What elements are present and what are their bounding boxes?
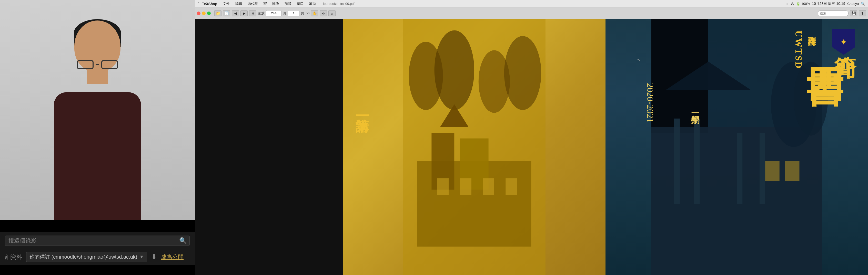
total-label: 共	[301, 11, 304, 15]
notes-dropdown[interactable]: 你的備註 (cmmoodle\shengmiao@uwtsd.ac.uk) ▼	[26, 252, 147, 262]
zoom-label: 縮放	[258, 11, 265, 15]
slide-right-panel: ✦ UWTSD 預科生課程 四書 簡介	[606, 19, 868, 275]
coat-of-arms: ✦	[832, 29, 858, 57]
svg-rect-17	[674, 118, 680, 204]
pdf-page: 第一講	[343, 19, 868, 275]
svg-point-24	[794, 62, 828, 136]
video-feed	[0, 0, 195, 220]
page-input[interactable]	[288, 10, 300, 16]
person-neck	[87, 69, 108, 84]
year-text: 2020-2021	[645, 83, 655, 123]
apple-icon[interactable]: 	[198, 2, 199, 6]
search-menubar-icon[interactable]: 🔍	[861, 2, 865, 6]
search-placeholder-text: 搜這個錄影	[8, 237, 37, 244]
public-button[interactable]: 成為公開	[161, 253, 184, 261]
search-box[interactable]: 搜這個錄影 🔍	[5, 236, 190, 246]
app-toolbar: 📁 📄 ◀ ▶ 🖨 縮放 頁 共 56 ✋ ⊹ ⌕ 💾 ⬆	[195, 8, 868, 19]
toolbar-search-input[interactable]	[818, 10, 848, 16]
total-pages: 56	[306, 11, 309, 15]
svg-rect-11	[483, 178, 494, 195]
datetime-display: 10月28日 周三 10:19	[812, 2, 845, 6]
toolbar-print-icon[interactable]: 🖨	[249, 10, 256, 16]
svg-rect-18	[694, 118, 700, 204]
person-body	[54, 92, 141, 220]
toolbar-forward-btn[interactable]: ▶	[241, 10, 248, 16]
svg-rect-9	[437, 178, 448, 195]
bluetooth-icon: ⁂	[790, 2, 794, 6]
zoom-input[interactable]	[266, 10, 281, 16]
pdf-black-left	[195, 19, 343, 275]
mac-window:  TeXShop 文件 編輯 源代碼 宏 排版 預覽 窗口 幫助 fourbo…	[195, 0, 868, 275]
menu-item-edit[interactable]: 編輯	[232, 0, 245, 8]
search-toolbar: 搜這個錄影 🔍	[0, 232, 195, 249]
person-head	[74, 21, 121, 72]
filename-display: fourbooksIntro-00.pdf	[323, 2, 354, 6]
menu-item-macro[interactable]: 宏	[261, 0, 270, 8]
toolbar-back-btn[interactable]: ◀	[232, 10, 239, 16]
toolbar-file-icon[interactable]: 📄	[223, 10, 230, 16]
video-background	[0, 0, 195, 220]
close-button[interactable]	[197, 11, 200, 15]
menu-bar-right: ⊙ ⁂ 🔋 100% 10月28日 周三 10:19 Chaoyu 🔍	[785, 2, 865, 6]
wifi-icon: ⊙	[785, 2, 788, 6]
toolbar-folder-icon[interactable]: 📁	[214, 10, 221, 16]
detail-label: 細資料	[5, 253, 22, 261]
maximize-button[interactable]	[207, 11, 211, 15]
cursor-indicator: ↖	[637, 57, 640, 62]
menu-bar-left:  TeXShop 文件 編輯 源代碼 宏 排版 預覽 窗口 幫助 fourbo…	[198, 0, 785, 8]
menu-item-help[interactable]: 幫助	[306, 0, 319, 8]
menu-bar:  TeXShop 文件 編輯 源代碼 宏 排版 預覽 窗口 幫助 fourbo…	[195, 0, 868, 8]
chevron-down-icon: ▼	[139, 254, 144, 260]
battery-area: 🔋 100%	[796, 2, 810, 6]
toolbar-hand-icon[interactable]: ✋	[311, 10, 318, 16]
menu-item-typeset[interactable]: 排版	[270, 0, 282, 8]
toolbar-zoom-icon[interactable]: ⌕	[329, 10, 336, 16]
menu-item-preview[interactable]: 預覽	[282, 0, 294, 8]
svg-point-2	[434, 30, 474, 110]
dropdown-value: 你的備註 (cmmoodle\shengmiao@uwtsd.ac.uk)	[29, 253, 137, 261]
user-name: Chaoyu	[847, 2, 859, 6]
minimize-button[interactable]	[202, 11, 206, 15]
svg-rect-21	[765, 161, 780, 181]
svg-rect-12	[505, 178, 517, 195]
toolbar-select-icon[interactable]: ⊹	[320, 10, 327, 16]
shield-icon: ✦	[832, 29, 855, 55]
svg-point-4	[504, 36, 541, 110]
battery-percentage: 100%	[801, 2, 810, 6]
pdf-content-area: 第一講	[195, 19, 868, 275]
traffic-lights	[197, 11, 211, 15]
toolbar-share-icon[interactable]: ⬆	[859, 10, 866, 16]
app-name[interactable]: TeXShop	[202, 2, 217, 6]
menu-item-source[interactable]: 源代碼	[245, 0, 261, 8]
menu-item-window[interactable]: 窗口	[294, 0, 306, 8]
uwtsd-label: UWTSD	[793, 31, 804, 69]
menu-item-file[interactable]: 文件	[220, 0, 232, 8]
battery-icon: 🔋	[796, 2, 800, 6]
slide-left-panel: 第一講	[343, 19, 606, 275]
left-panel: 搜這個錄影 🔍 細資料 你的備註 (cmmoodle\shengmiao@uwt…	[0, 0, 195, 275]
svg-rect-19	[737, 133, 742, 204]
search-icon[interactable]: 🔍	[179, 237, 187, 244]
right-panel:  TeXShop 文件 編輯 源代碼 宏 排版 預覽 窗口 幫助 fourbo…	[195, 0, 868, 275]
page-label: 頁	[283, 11, 286, 15]
toolbar-save-icon[interactable]: 💾	[850, 10, 857, 16]
bottom-row: 細資料 你的備註 (cmmoodle\shengmiao@uwtsd.ac.uk…	[0, 249, 195, 265]
pdf-slide: 第一講	[343, 19, 868, 275]
svg-rect-22	[785, 161, 800, 181]
svg-rect-10	[460, 178, 471, 195]
download-icon[interactable]: ⬇	[151, 253, 157, 261]
svg-rect-20	[760, 133, 765, 204]
